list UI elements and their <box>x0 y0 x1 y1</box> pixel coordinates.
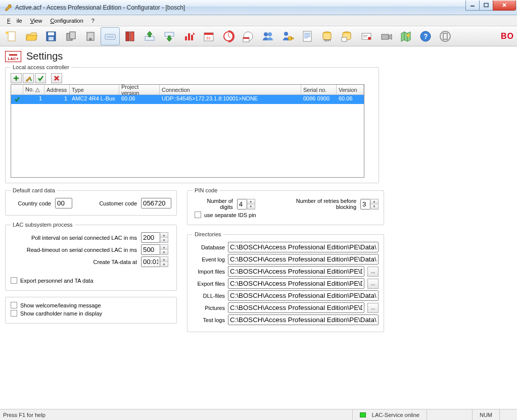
tst-input[interactable] <box>228 314 379 325</box>
svg-rect-37 <box>382 34 389 39</box>
retries-spinner[interactable]: ▲▼ <box>360 199 379 209</box>
menu-help[interactable]: ? <box>88 17 98 25</box>
pic-input[interactable] <box>228 302 364 313</box>
read-label: Read-timeout on serial connected LAC in … <box>11 247 137 253</box>
page-title: Settings <box>26 50 63 62</box>
tb-devices[interactable] <box>61 27 80 45</box>
svg-point-25 <box>264 32 268 36</box>
lac-apply-button[interactable] <box>35 73 46 83</box>
svg-point-27 <box>284 32 288 36</box>
tb-open[interactable] <box>22 27 41 45</box>
lac-edit-button[interactable] <box>23 73 34 83</box>
digits-spinner[interactable]: ▲▼ <box>237 199 255 209</box>
menu-view[interactable]: View <box>27 17 45 25</box>
svg-point-8 <box>89 38 92 41</box>
dll-input[interactable] <box>228 290 379 301</box>
svg-rect-3 <box>48 32 54 35</box>
exp-input[interactable] <box>228 278 364 289</box>
svg-rect-19 <box>204 33 213 35</box>
brand-logo: BO <box>501 32 515 41</box>
read-spinner[interactable]: ▲▼ <box>141 244 168 255</box>
pin-group: PIN code Number of digits ▲▼ Number of r… <box>187 187 384 225</box>
ta-label: Create TA-data at <box>11 259 137 265</box>
svg-point-38 <box>407 34 410 37</box>
ta-spinner[interactable]: ▲▼ <box>141 256 168 267</box>
svg-rect-12 <box>130 32 134 41</box>
th-status[interactable] <box>11 85 23 94</box>
tb-clock2[interactable] <box>239 27 258 45</box>
tb-upload[interactable] <box>140 27 159 45</box>
tb-camera[interactable] <box>377 27 396 45</box>
export-ta-checkbox[interactable]: Export personnel and TA data <box>11 277 171 284</box>
svg-rect-11 <box>126 32 129 41</box>
ids-pin-checkbox[interactable]: use separate IDS pin <box>195 212 379 218</box>
menu-file[interactable]: File <box>4 17 25 25</box>
th-version[interactable]: Version <box>337 85 364 94</box>
imp-browse[interactable]: ... <box>367 267 379 277</box>
lac-add-button[interactable] <box>11 73 22 83</box>
tb-device2[interactable] <box>81 27 100 45</box>
svg-point-26 <box>268 32 272 36</box>
tb-datadb[interactable] <box>337 27 356 45</box>
svg-rect-34 <box>342 37 347 41</box>
db-input[interactable] <box>228 242 379 252</box>
imp-input[interactable] <box>228 266 364 277</box>
pic-browse[interactable]: ... <box>367 303 379 313</box>
svg-rect-42 <box>443 33 447 39</box>
content-area: ▬▬LAC+ Settings Local access controller … <box>0 46 517 409</box>
th-serial[interactable]: Serial no. <box>301 85 337 94</box>
svg-rect-17 <box>191 35 193 40</box>
titlebar: Active.acf - Access Professional Edition… <box>0 0 517 15</box>
th-conn[interactable]: Connection <box>160 85 301 94</box>
tb-bosch[interactable] <box>436 27 455 45</box>
row-check-icon <box>11 95 23 104</box>
tb-doors[interactable] <box>120 27 139 45</box>
tb-download[interactable] <box>160 27 179 45</box>
close-button[interactable] <box>493 1 516 11</box>
cardholder-checkbox[interactable]: Show cardholder name in display <box>11 310 171 317</box>
svg-rect-4 <box>49 37 54 40</box>
svg-text:31: 31 <box>206 36 211 40</box>
svg-rect-10 <box>107 36 114 38</box>
tb-report[interactable] <box>298 27 317 45</box>
exp-browse[interactable]: ... <box>367 279 379 289</box>
tb-clock1[interactable] <box>219 27 238 45</box>
statusbar: Press F1 for help LAC-Service online NUM <box>0 409 517 420</box>
tb-users[interactable] <box>258 27 277 45</box>
window-title: Active.acf - Access Professional Edition… <box>15 4 466 11</box>
status-help: Press F1 for help <box>3 412 45 418</box>
tb-license[interactable] <box>357 27 376 45</box>
menu-configuration[interactable]: Configuration <box>47 17 86 25</box>
th-address[interactable]: Address <box>44 85 70 94</box>
lac-delete-button[interactable] <box>51 73 62 83</box>
svg-rect-6 <box>70 32 75 39</box>
table-row[interactable]: 1 1 AMC2 4R4 L-Bus 60.06 UDP::54545>172.… <box>11 95 364 104</box>
tb-chart[interactable] <box>179 27 199 45</box>
tb-textdb[interactable]: TEXT <box>317 27 337 45</box>
tb-map[interactable] <box>396 27 415 45</box>
tb-save[interactable] <box>41 27 61 45</box>
svg-rect-24 <box>243 37 249 39</box>
poll-spinner[interactable]: ▲▼ <box>141 232 168 243</box>
maximize-button[interactable] <box>479 1 493 11</box>
lac-table[interactable]: No. △ Address Type Project version Conne… <box>11 84 364 178</box>
toolbar: 31 TEXT ? BO <box>0 26 517 46</box>
tb-calendar[interactable]: 31 <box>199 27 218 45</box>
lac-legend: Local access controller <box>11 64 71 70</box>
th-projver[interactable]: Project version <box>119 85 160 94</box>
th-no[interactable]: No. △ <box>23 85 44 94</box>
customer-label: Customer code <box>86 200 137 206</box>
country-input[interactable] <box>55 198 72 208</box>
tb-userkey[interactable] <box>278 27 297 45</box>
th-type[interactable]: Type <box>70 85 119 94</box>
tb-new[interactable] <box>2 27 21 45</box>
evt-input[interactable] <box>228 254 379 265</box>
country-label: Country code <box>11 200 51 206</box>
minimize-button[interactable] <box>465 1 480 11</box>
welcome-checkbox[interactable]: Show welcome/leaving message <box>11 302 171 308</box>
customer-input[interactable] <box>141 198 171 208</box>
tb-help[interactable]: ? <box>416 27 435 45</box>
svg-rect-0 <box>484 4 488 7</box>
status-service: LAC-Service online <box>352 409 427 420</box>
tb-settings[interactable] <box>101 27 120 45</box>
